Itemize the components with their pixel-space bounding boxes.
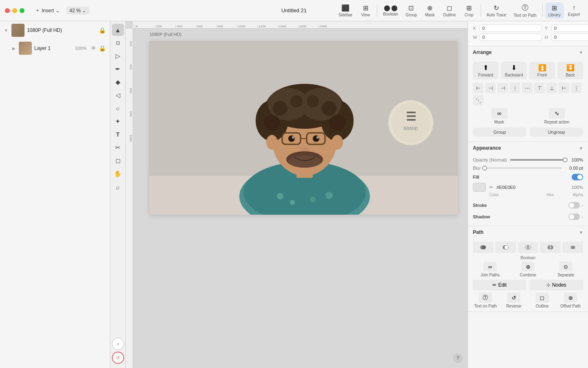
frame-tool[interactable]: ⊡ <box>112 37 124 49</box>
zoom-tool[interactable]: ⌕ <box>112 181 124 193</box>
distribute-h-button[interactable]: ⋮ <box>510 83 520 93</box>
mask-item[interactable]: ∞ Mask <box>473 108 526 124</box>
align-right-button[interactable]: ⊣ <box>497 83 508 93</box>
text-icon: T <box>116 131 120 138</box>
blur-thumb[interactable] <box>482 166 487 171</box>
align-left-button[interactable]: ⊢ <box>473 83 483 93</box>
expand-icon: ▶ <box>12 46 16 51</box>
fill-hex-label: Hex <box>547 193 554 197</box>
direct-select-tool[interactable]: ▷ <box>112 50 124 62</box>
knife-tool[interactable]: ✂ <box>112 141 124 154</box>
arrange-section-header[interactable]: Arrange ▼ <box>468 46 588 58</box>
canvas-inner[interactable]: 1080P (Full HD) ☰ BRAND <box>133 29 468 368</box>
ungroup-button[interactable]: Ungroup <box>530 128 583 137</box>
sidebar-toggle-button[interactable]: ⬛ Sidebar <box>335 2 356 19</box>
forward-button[interactable]: ⬆ Forward <box>473 62 499 79</box>
anchor-tool[interactable]: ◆ <box>112 76 124 88</box>
fill-toggle[interactable] <box>572 174 583 180</box>
svg-point-31 <box>264 114 280 131</box>
text-on-path-op[interactable]: Ⓣ Text on Path <box>473 293 498 308</box>
distribute-space-h-button[interactable]: ⋯ <box>522 83 532 93</box>
tool-panel: ▲ ⊡ ▷ ✒ ◆ ◁ ○ ✦ T ✂ ◻ ✋ <box>110 21 126 368</box>
distribute-v-button[interactable]: ⋮ <box>571 83 581 93</box>
shadow-row[interactable]: Shadow › <box>473 211 583 222</box>
edit-button[interactable]: ✏ Edit <box>473 280 526 290</box>
maximize-button[interactable] <box>20 8 24 13</box>
appearance-section-header[interactable]: Appearance ▼ <box>468 142 588 154</box>
node-tool[interactable]: ◁ <box>112 89 124 101</box>
fill-edit-icon[interactable]: ✏ <box>489 184 493 190</box>
hand-tool[interactable]: ✋ <box>112 168 124 180</box>
minimize-button[interactable] <box>12 8 17 13</box>
shape-tool[interactable]: ○ <box>112 102 124 114</box>
front-button[interactable]: ⏫ Front <box>529 62 555 79</box>
stroke-toggle[interactable] <box>568 202 580 209</box>
text-on-path-label: Text on Path <box>514 13 537 18</box>
group-button[interactable]: Group <box>473 128 526 137</box>
union-button[interactable] <box>473 242 494 253</box>
canvas-area: 0 200 400 600 800 1000 1200 1400 1600 18… <box>126 21 468 368</box>
eraser-tool[interactable]: ◻ <box>112 155 124 167</box>
question-mark-icon: ? <box>457 355 459 361</box>
outline-op[interactable]: ◻ Outline <box>530 293 555 308</box>
insert-button[interactable]: ＋ Insert ⌄ <box>31 5 64 16</box>
visibility-icon[interactable]: 👁 <box>91 45 96 52</box>
mask-button[interactable]: ⊗ Mask <box>421 2 439 19</box>
combine-op[interactable]: ⊕ Combine <box>511 262 546 277</box>
text-tool[interactable]: T <box>112 128 124 141</box>
align-top-button[interactable]: ⊤ <box>534 83 545 93</box>
blur-slider[interactable] <box>484 167 562 169</box>
h-input[interactable] <box>551 34 588 41</box>
join-paths-op[interactable]: ∞ Join Paths <box>473 262 508 277</box>
separate-op[interactable]: ⊙ Separate <box>548 262 583 277</box>
boolean-button[interactable]: ⬤⬤ Boolean <box>380 3 401 18</box>
color-picker-tool[interactable]: ○ <box>112 338 124 350</box>
pen-tool[interactable]: ✒ <box>112 63 124 75</box>
path-section-header[interactable]: Path ▼ <box>468 226 588 238</box>
close-button[interactable] <box>5 8 10 13</box>
x-input[interactable] <box>479 25 541 32</box>
view-button[interactable]: ⊞ View <box>356 2 374 19</box>
intersect-button[interactable] <box>518 242 539 253</box>
mask-boolean-button[interactable] <box>562 242 583 253</box>
brush-tool[interactable]: ✦ <box>112 115 124 128</box>
reverse-op[interactable]: ↺ Reverse <box>501 293 527 308</box>
repeat-action-item[interactable]: ∿ Repeat action <box>530 108 583 124</box>
outline-icon: ◻ <box>447 4 452 12</box>
opacity-slider[interactable] <box>510 159 565 161</box>
export-button[interactable]: ↑ Export <box>565 2 583 18</box>
y-input[interactable] <box>551 25 588 32</box>
w-input[interactable] <box>479 34 541 41</box>
stroke-row[interactable]: Stroke › <box>473 200 583 211</box>
zoom-icon: ⌕ <box>116 184 120 191</box>
help-button[interactable]: ? <box>453 353 463 363</box>
shadow-chevron-icon: › <box>581 214 583 219</box>
spin-tool[interactable]: ↺ <box>112 352 124 364</box>
subtract-button[interactable] <box>495 242 516 253</box>
shadow-toggle[interactable] <box>568 213 580 220</box>
difference-button[interactable] <box>540 242 561 253</box>
auto-trace-button[interactable]: ↻ Auto Trace <box>483 2 510 19</box>
opacity-thumb[interactable] <box>563 157 568 162</box>
group-button[interactable]: ⊡ Group <box>402 2 420 19</box>
crop-button[interactable]: ⊞ Crop <box>460 2 478 19</box>
nodes-button[interactable]: ⊹ Nodes <box>530 280 583 290</box>
select-tool[interactable]: ▲ <box>112 24 124 36</box>
lock-icon[interactable]: 🔒 <box>99 45 106 52</box>
outline-button[interactable]: ◻ Outline <box>440 2 459 19</box>
fill-color-box[interactable] <box>473 183 486 192</box>
align-center-h-button[interactable]: ⊣ <box>485 83 496 93</box>
zoom-selector[interactable]: 42 % ⌄ <box>66 7 89 15</box>
ruler-tick-800: 800 <box>216 25 237 28</box>
offset-path-op[interactable]: ⊛ Offset Path <box>558 293 584 308</box>
text-on-path-button[interactable]: Ⓣ Text on Path <box>510 2 540 19</box>
align-v2-button[interactable]: ⊢ <box>559 83 569 93</box>
backward-button[interactable]: ⬇ Backward <box>501 62 527 79</box>
distribute-space-v-button[interactable]: ⋱ <box>473 95 483 105</box>
artboard-layer-item[interactable]: ▼ 1080P (Full HD) 🔒 <box>0 21 110 39</box>
back-button[interactable]: ⏬ Back <box>557 62 583 79</box>
library-button[interactable]: ⊞ Library <box>545 2 564 19</box>
nodes-label: Nodes <box>552 282 566 288</box>
align-bottom-button[interactable]: ⊥ <box>546 83 557 93</box>
layer1-item[interactable]: ▶ Layer 1 100% 👁 🔒 <box>0 39 110 57</box>
